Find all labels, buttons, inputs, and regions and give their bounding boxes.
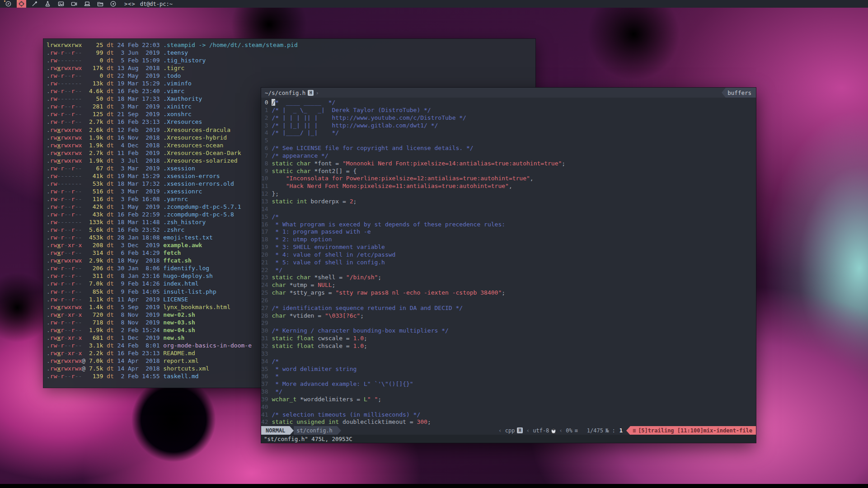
file-name: index.html <box>163 280 198 287</box>
code-line: 15 /* <box>261 213 756 221</box>
file-name: hugo-deploy.sh <box>163 272 213 279</box>
code-line: 39 wchar_t *worddelimiters = L" "; <box>261 396 756 404</box>
file-name: .Xresources-solarized <box>163 157 237 164</box>
file-name: .xonshrc <box>163 111 192 117</box>
file-name: fetch <box>163 249 181 256</box>
filetype-h-icon: H <box>517 427 523 433</box>
tray-dot <box>4 0 5 2</box>
file-name: example.awk <box>163 242 202 249</box>
laptop-icon[interactable] <box>82 0 92 8</box>
statusline: NORMAL st/config.h ‹ cppH ‹ utf-8 ‹ 0% ≡… <box>261 426 756 435</box>
fish-shell-glyph: ><> <box>124 1 136 7</box>
code-line: 14 <box>261 206 756 213</box>
file-name: .zshrc <box>163 226 184 233</box>
code-line: 12 }; <box>261 190 756 198</box>
code-line: 0 /* ____ _____ */ <box>261 99 756 107</box>
code-line: 19 * 3: SHELL environment variable <box>261 244 756 251</box>
file-name: .xsession <box>163 165 195 172</box>
code-line: 37 * More advanced example: L" `'\"()[]{… <box>261 380 756 388</box>
image-icon[interactable] <box>56 0 66 8</box>
code-line: 42 static unsigned int doubleclicktimeou… <box>261 418 756 426</box>
file-name: fidentify.log <box>163 265 209 272</box>
file-name: .Xresources-hybrid <box>163 134 227 141</box>
code-line: 4 /* |____/ |_| */ <box>261 129 756 137</box>
file-name: new-04.sh <box>163 327 195 333</box>
powerline-separator <box>290 426 294 435</box>
file-name: .todo <box>163 72 181 79</box>
file-name: .vimrc <box>163 88 184 94</box>
code-line: 40 <box>261 404 756 411</box>
code-line: 10 "Inconsolata for Powerline:pixelsize=… <box>261 175 756 183</box>
code-line: 31 static float cwscale = 1.0; <box>261 335 756 343</box>
buffers-tab[interactable]: buffers <box>726 88 756 98</box>
editor-window[interactable]: ~/s/config.h H › buffers 0 /* ____ _____… <box>261 88 756 443</box>
folder-icon[interactable] <box>95 0 105 8</box>
file-name: lynx_bookmarks.html <box>163 304 230 310</box>
linenr-icon: № : <box>605 427 615 434</box>
code-line: 9 static char *font2[] = { <box>261 168 756 175</box>
linux-penguin-icon <box>551 427 556 433</box>
code-line: 32 static float chscale = 1.0; <box>261 343 756 350</box>
file-name: .zsh_history <box>163 219 206 225</box>
code-area[interactable]: 0 /* ____ _____ */ 1 /* | _ \_ _| Derek … <box>261 98 756 426</box>
code-line: 41 /* selection timeouts (in millisecond… <box>261 411 756 419</box>
code-line: 5 <box>261 137 756 145</box>
powerline-separator <box>337 426 341 435</box>
file-name: .viminfo <box>163 80 192 87</box>
code-line: 11 "Hack Nerd Font Mono:pixelsize=11:ant… <box>261 183 756 190</box>
flask-icon[interactable] <box>43 0 52 8</box>
file-name: .xsession-errors.old <box>163 180 234 187</box>
chevron-right-icon: › <box>315 89 319 96</box>
warning-text: [5]trailing [11:100]mix-indent-file <box>638 427 752 434</box>
code-line: 28 char *vtiden = "\033[?6c"; <box>261 312 756 320</box>
file-name: .tigrc <box>163 65 184 71</box>
encoding-label: utf-8 <box>533 427 549 434</box>
crosshair-icon[interactable] <box>17 0 26 8</box>
file-row: .rw-r--r-- 0 dt 22 May 2019 .todo <box>47 72 535 80</box>
command-line[interactable]: "st/config.h" 475L, 20953C <box>261 435 756 443</box>
file-name: LICENSE <box>163 296 188 303</box>
file-name: ffcat.sh <box>163 257 192 264</box>
file-name: .teensy <box>163 49 188 56</box>
code-line: 1 /* | _ \_ _| Derek Taylor (DistroTube)… <box>261 107 756 114</box>
thin-separator-icon: ‹ <box>523 426 533 435</box>
file-name: emoji-test.txt <box>163 234 213 241</box>
tab-arrow-icon <box>722 88 726 98</box>
file-name: .xsessionrc <box>163 188 202 195</box>
code-line: 21 * 5: value of shell in config.h <box>261 259 756 267</box>
filetype-h-icon: H <box>308 90 314 96</box>
file-name: README.md <box>163 350 195 357</box>
code-line: 8 static char *font = "Mononoki Nerd Fon… <box>261 160 756 168</box>
tray-dot <box>17 0 19 2</box>
file-name: insult-list.php <box>163 288 216 295</box>
code-line: 24 char *utmp = NULL; <box>261 282 756 289</box>
mode-indicator: NORMAL <box>261 426 290 435</box>
cursor-column: 1 <box>619 427 623 434</box>
buffer-path[interactable]: ~/s/config.h <box>265 89 305 96</box>
camera-icon[interactable] <box>69 0 79 8</box>
code-line: 23 static char *shell = "/bin/sh"; <box>261 274 756 282</box>
file-name: .tig_history <box>163 57 206 64</box>
file-row: .rwxrwxrwx 17k dt 13 Aug 2018 .tigrc <box>47 64 535 72</box>
file-name: org-mode-basics-in-doom-e <box>163 342 252 349</box>
eyedropper-icon[interactable] <box>30 0 39 8</box>
file-name: .xinitrc <box>163 103 192 110</box>
file-name: .zcompdump-dt-pc-5.7.1 <box>163 203 241 210</box>
compass-icon[interactable] <box>4 0 13 8</box>
code-line: 30 /* Kerning / character bounding-box m… <box>261 327 756 335</box>
send-icon[interactable] <box>108 0 118 8</box>
statusline-filename: st/config.h <box>294 426 337 435</box>
file-row: .rw------- 0 dt 5 Feb 15:09 .tig_history <box>47 56 535 64</box>
filetype-label: cpp <box>505 427 515 434</box>
file-name: .xsession-errors <box>163 173 220 179</box>
warning-lines-icon: ≡ <box>633 427 636 434</box>
file-row: lrwxrwxrwx 25 dt 24 Feb 22:03 .steampid … <box>47 41 535 49</box>
code-line: 22 */ <box>261 267 756 274</box>
file-row: .rw-r--r-- 99 dt 3 Jun 2019 .teensy <box>47 49 535 56</box>
top-panel: ><> dt@dt-pc:~ <box>0 0 868 8</box>
code-line: 13 static int borderpx = 2; <box>261 198 756 206</box>
file-name: taskell.md <box>163 373 198 380</box>
file-name: new.sh <box>163 334 184 341</box>
code-line: 26 <box>261 297 756 305</box>
code-line: 27 /* identification sequence returned i… <box>261 305 756 312</box>
